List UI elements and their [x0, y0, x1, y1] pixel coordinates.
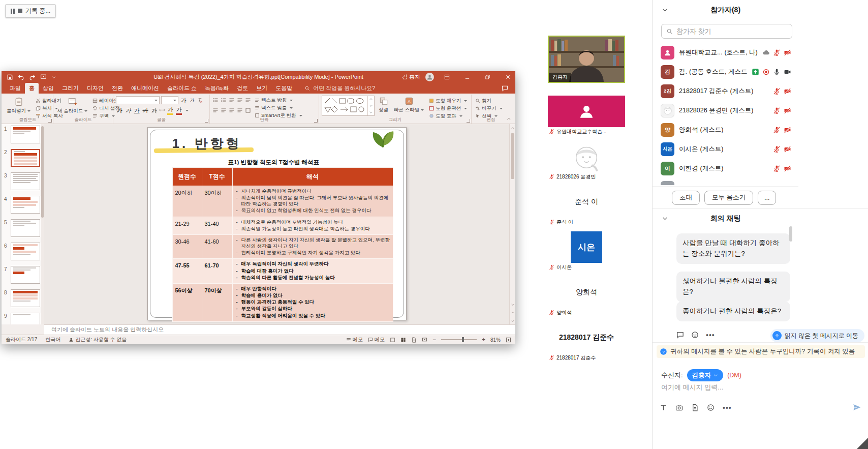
slide-thumbnail-6[interactable] [11, 243, 40, 260]
zoom-out-button[interactable]: − [432, 336, 436, 343]
align-left-icon[interactable] [212, 107, 219, 113]
thumbnails-scrollbar[interactable] [41, 124, 44, 324]
more-options-icon[interactable]: ••• [723, 405, 732, 410]
underline-button[interactable]: 가 [133, 107, 140, 114]
tab-slideshow[interactable]: 슬라이드 쇼 [163, 83, 201, 94]
close-button[interactable] [500, 71, 515, 83]
slide-thumbnail-1[interactable] [11, 126, 40, 143]
tab-review[interactable]: 검토 [233, 83, 252, 94]
accessibility-indicator[interactable]: 접근성: 사용할 수 없음 [69, 336, 127, 343]
participant-row[interactable]: 유원대학교교...(호스트, 나) [653, 43, 798, 62]
chat-more-icon[interactable]: ••• [706, 333, 715, 338]
tab-animations[interactable]: 애니메이션 [127, 83, 163, 94]
send-button[interactable] [852, 403, 861, 412]
participant-row[interactable]: 양 양희석(게스트) [653, 120, 798, 139]
format-text-icon[interactable] [660, 404, 667, 411]
language-indicator[interactable]: 한국어 [45, 336, 60, 343]
strikethrough-button[interactable]: 가 [142, 107, 149, 114]
restore-button[interactable] [480, 71, 495, 83]
chat-scrollbar[interactable] [789, 226, 792, 242]
zoom-in-button[interactable]: + [482, 336, 485, 343]
participant-row[interactable]: 2김 21828017 김준수(게스트) [653, 81, 798, 101]
shapes-gallery-scroll[interactable] [367, 96, 374, 115]
decrease-indent-icon[interactable] [229, 97, 235, 103]
quick-styles-button[interactable]: A 빠른 스타일 [392, 96, 425, 114]
scroll-up-button[interactable] [510, 124, 515, 132]
scroll-down-button[interactable] [510, 301, 515, 308]
bullets-icon[interactable] [212, 97, 219, 103]
highlight-color-button[interactable]: 가 [167, 106, 174, 115]
shape-fill-button[interactable]: 도형 채우기 [428, 97, 468, 104]
participant-search[interactable] [661, 24, 792, 39]
find-button[interactable]: 찾기 [474, 97, 504, 104]
start-slideshow-button[interactable] [40, 74, 47, 80]
participant-row[interactable]: 21828026 윤경민(게스트) [653, 101, 798, 120]
decrease-font-size-button[interactable]: 가 [189, 97, 196, 104]
italic-button[interactable]: 가 [125, 107, 132, 114]
increase-font-size-button[interactable]: 가 [180, 97, 187, 104]
character-spacing-icon[interactable] [159, 107, 165, 113]
tab-file[interactable]: 파일 [6, 83, 25, 94]
save-button[interactable] [7, 74, 13, 80]
invite-button[interactable]: 초대 [672, 191, 700, 205]
tab-draw[interactable]: 그리기 [58, 83, 83, 94]
slide-thumbnail-4[interactable] [11, 196, 40, 214]
font-size-combo[interactable] [161, 96, 178, 104]
slideshow-view-button[interactable] [422, 337, 427, 343]
video-tile[interactable]: 준석 이 준석 이 [548, 186, 625, 226]
title-bar[interactable]: U&I 검사해석 특강 (2022)_4가지 학습성격유형.ppt[Compat… [2, 71, 515, 83]
recording-indicator[interactable]: 기록 중... [5, 4, 56, 18]
increase-indent-icon[interactable] [237, 97, 243, 103]
align-text-button[interactable]: 텍스트 맞춤 [254, 104, 303, 111]
file-icon[interactable] [691, 404, 699, 411]
tab-help[interactable]: 도움말 [271, 83, 296, 94]
slide-thumbnail-9[interactable] [11, 313, 40, 324]
text-shadow-button[interactable]: 가 [150, 107, 158, 114]
slide-editor[interactable]: 1. 반항형 표1) 반항형 척도의 T점수별 해석표 원점수 T점수 해석 [44, 124, 509, 324]
font-name-combo[interactable] [116, 96, 160, 104]
notes-pane[interactable]: 여기에 슬라이드 노트의 내용을 입력하십시오 [44, 324, 515, 335]
more-options-button[interactable]: ... [758, 191, 776, 205]
columns-icon[interactable] [245, 107, 251, 113]
question-icon[interactable] [660, 348, 667, 355]
tab-transitions[interactable]: 전환 [108, 83, 127, 94]
emoji-icon[interactable] [707, 404, 715, 411]
slide-canvas[interactable]: 1. 반항형 표1) 반항형 척도의 T점수별 해석표 원점수 T점수 해석 [147, 127, 407, 320]
slide-thumbnail-7[interactable] [11, 266, 40, 284]
justify-icon[interactable] [237, 107, 243, 113]
chat-format-icon[interactable] [676, 331, 684, 339]
new-slide-button[interactable]: 새 슬라이드 [56, 96, 89, 115]
reading-view-button[interactable] [411, 337, 417, 343]
participant-row[interactable]: 김 김.(공동 호스트, 게스트) [653, 62, 798, 81]
numbering-icon[interactable] [221, 97, 227, 103]
jump-to-unread-button[interactable]: 읽지 않은 첫 메시지로 이동 [770, 329, 864, 342]
participant-search-input[interactable] [676, 27, 787, 35]
video-tile[interactable]: 21828017 김준수 21828017 김준수 [548, 322, 625, 362]
next-slide-button[interactable] [510, 317, 515, 324]
zoom-percentage[interactable]: 81% [490, 337, 501, 343]
repeat-button[interactable] [29, 74, 36, 80]
slide-sorter-view-button[interactable] [400, 337, 406, 343]
emoji-icon[interactable] [691, 331, 699, 339]
ribbon-display-options-button[interactable] [439, 71, 454, 83]
arrange-button[interactable]: 정렬 [377, 96, 390, 114]
account-avatar[interactable] [425, 73, 434, 81]
clipboard-dialog-launcher[interactable] [48, 119, 52, 123]
bold-button[interactable]: 가 [116, 107, 123, 114]
tab-view[interactable]: 보기 [252, 83, 271, 94]
collapse-ribbon-button[interactable] [506, 116, 511, 122]
editor-scrollbar[interactable] [509, 124, 515, 324]
replace-button[interactable]: 바꾸기 [474, 105, 504, 112]
pause-recording-icon[interactable] [11, 9, 15, 14]
screenshot-icon[interactable] [675, 404, 683, 411]
line-spacing-icon[interactable] [245, 97, 251, 103]
shape-outline-button[interactable]: 도형 윤곽선 [428, 105, 468, 112]
tab-recording[interactable]: 녹음/녹화 [201, 83, 233, 94]
tab-home[interactable]: 홈 [25, 83, 39, 94]
video-tile-active-speaker[interactable]: 김홍자 [548, 36, 625, 83]
clear-formatting-icon[interactable] [197, 98, 203, 103]
undo-button[interactable] [18, 74, 24, 80]
video-tile[interactable]: 시온 이시온 [548, 231, 625, 272]
paste-button[interactable]: 붙여넣기 [5, 96, 32, 115]
zoom-slider[interactable] [441, 339, 477, 340]
